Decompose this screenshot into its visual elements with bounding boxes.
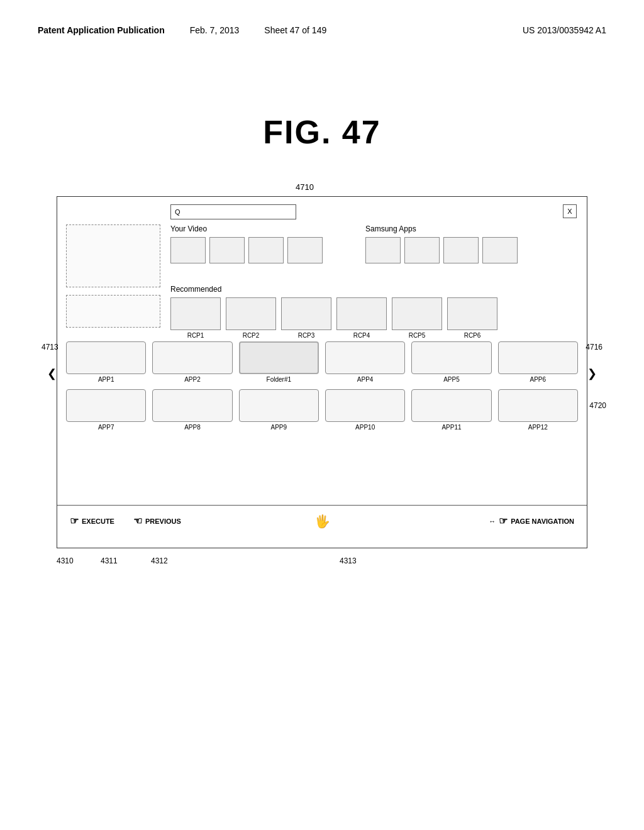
execute-gesture-icon: ☞ — [70, 515, 79, 527]
app-label-9: APP9 — [271, 424, 287, 431]
app-10[interactable]: APP10 — [325, 389, 405, 431]
app-label-6: APP6 — [530, 376, 547, 383]
rcp-thumb-4 — [336, 297, 387, 330]
your-video-title: Your Video — [170, 224, 347, 233]
your-video-thumbnails — [170, 237, 347, 263]
left-thumbnail-2 — [66, 295, 160, 328]
app-label-7: APP7 — [98, 424, 114, 431]
label-4312: 4312 — [151, 556, 168, 565]
page-nav-arrow-icon: ↔ — [489, 517, 496, 525]
search-icon: Q — [175, 208, 180, 216]
figure-title: FIG. 47 — [0, 113, 644, 151]
nav-right-arrow[interactable]: ❯ — [587, 367, 597, 380]
rcp-label-1: RCP1 — [187, 332, 204, 339]
app-5[interactable]: APP5 — [411, 341, 491, 383]
sheet-label: Sheet 47 of 149 — [264, 25, 326, 35]
rcp-4: RCP4 — [336, 297, 387, 339]
rcp-2: RCP2 — [226, 297, 276, 339]
app-6[interactable]: APP6 — [498, 341, 578, 383]
rcp-label-6: RCP6 — [464, 332, 481, 339]
app-12[interactable]: APP12 — [498, 389, 578, 431]
app-2[interactable]: APP2 — [152, 341, 232, 383]
label-4710: 4710 — [296, 182, 314, 192]
app-label-12: APP12 — [528, 424, 548, 431]
app-9[interactable]: APP9 — [239, 389, 319, 431]
main-panel: Q X Your Video Samsung Apps — [57, 196, 587, 548]
rcp-label-4: RCP4 — [353, 332, 370, 339]
rcp-thumb-3 — [281, 297, 331, 330]
samsung-thumb-3 — [443, 237, 479, 263]
rcp-label-2: RCP2 — [243, 332, 260, 339]
your-video-section: Your Video — [170, 224, 347, 263]
samsung-thumb-2 — [404, 237, 440, 263]
rcp-5: RCP5 — [392, 297, 442, 339]
your-video-thumb-1 — [170, 237, 206, 263]
app-thumb-12 — [498, 389, 578, 422]
label-4310: 4310 — [57, 556, 74, 565]
app-label-10: APP10 — [355, 424, 375, 431]
center-gesture-icon: 🖐 — [314, 514, 330, 529]
folder-label-1: Folder#1 — [267, 376, 291, 383]
app-1[interactable]: APP1 — [66, 341, 146, 383]
previous-button[interactable]: ☜ PREVIOUS — [133, 515, 181, 527]
app-8[interactable]: APP8 — [152, 389, 232, 431]
folder-1[interactable]: Folder#1 — [239, 341, 319, 383]
samsung-apps-title: Samsung Apps — [365, 224, 541, 233]
page-header: Patent Application Publication Feb. 7, 2… — [38, 25, 606, 35]
bottom-control-bar: ☞ EXECUTE ☜ PREVIOUS 🖐 ↔ ☞ PAGE NAVIGATI… — [57, 505, 587, 536]
samsung-thumb-1 — [365, 237, 401, 263]
app-thumb-2 — [152, 341, 232, 374]
app-11[interactable]: APP11 — [411, 389, 491, 431]
app-thumb-1 — [66, 341, 146, 374]
samsung-apps-thumbnails — [365, 237, 541, 263]
app-thumb-4 — [325, 341, 405, 374]
label-4313: 4313 — [340, 556, 357, 565]
label-4311: 4311 — [101, 556, 118, 565]
app-thumb-5 — [411, 341, 491, 374]
app-thumb-8 — [152, 389, 232, 422]
folder-thumb-1 — [239, 341, 319, 374]
your-video-thumb-3 — [248, 237, 284, 263]
app-7[interactable]: APP7 — [66, 389, 146, 431]
rcp-row: RCP1 RCP2 RCP3 RCP4 RCP5 — [170, 297, 541, 339]
app-thumb-7 — [66, 389, 146, 422]
publication-label: Patent Application Publication — [38, 25, 165, 35]
samsung-thumb-4 — [482, 237, 518, 263]
rcp-3: RCP3 — [281, 297, 331, 339]
recommended-title: Recommended — [170, 285, 541, 294]
app-label-5: APP5 — [443, 376, 460, 383]
app-row-1: APP1 APP2 Folder#1 APP4 APP5 — [66, 341, 578, 383]
search-bar[interactable]: Q — [170, 204, 296, 219]
left-thumbnail-1 — [66, 224, 160, 287]
page-navigation-button[interactable]: ↔ ☞ PAGE NAVIGATION — [489, 515, 574, 527]
rcp-label-3: RCP3 — [298, 332, 315, 339]
rcp-label-5: RCP5 — [409, 332, 426, 339]
app-row-2: APP7 APP8 APP9 APP10 APP11 — [66, 389, 578, 431]
nav-left-arrow[interactable]: ❮ — [47, 367, 57, 380]
page-nav-label: PAGE NAVIGATION — [511, 517, 574, 525]
app-label-2: APP2 — [184, 376, 201, 383]
rcp-6: RCP6 — [447, 297, 497, 339]
app-grid: APP1 APP2 Folder#1 APP4 APP5 — [57, 341, 587, 437]
rcp-thumb-5 — [392, 297, 442, 330]
your-video-thumb-2 — [209, 237, 245, 263]
rcp-thumb-1 — [170, 297, 221, 330]
rcp-thumb-2 — [226, 297, 276, 330]
app-4[interactable]: APP4 — [325, 341, 405, 383]
your-video-thumb-4 — [287, 237, 323, 263]
execute-button[interactable]: ☞ EXECUTE — [70, 515, 114, 527]
app-thumb-6 — [498, 341, 578, 374]
recommended-section: Recommended RCP1 RCP2 RCP3 RCP4 — [170, 285, 541, 339]
execute-label: EXECUTE — [82, 517, 114, 525]
rcp-thumb-6 — [447, 297, 497, 330]
app-label-1: APP1 — [98, 376, 114, 383]
app-thumb-11 — [411, 389, 491, 422]
close-button[interactable]: X — [563, 204, 577, 218]
previous-label: PREVIOUS — [145, 517, 181, 525]
label-4716: 4716 — [586, 343, 602, 351]
label-4720: 4720 — [589, 401, 606, 410]
app-thumb-9 — [239, 389, 319, 422]
page-nav-gesture-icon: ☞ — [499, 515, 508, 527]
date-label: Feb. 7, 2013 — [190, 25, 240, 35]
app-label-8: APP8 — [184, 424, 201, 431]
